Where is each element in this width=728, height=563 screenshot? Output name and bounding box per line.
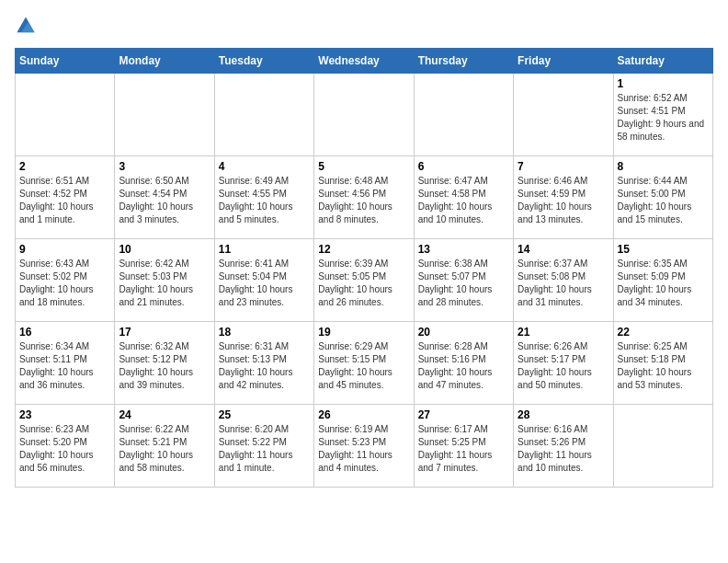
calendar-cell <box>16 74 115 156</box>
week-row-3: 9Sunrise: 6:43 AMSunset: 5:02 PMDaylight… <box>16 239 713 322</box>
day-number: 13 <box>418 243 509 256</box>
day-info: Sunrise: 6:44 AMSunset: 5:00 PMDaylight:… <box>618 175 709 226</box>
day-number: 25 <box>219 408 310 421</box>
day-info: Sunrise: 6:43 AMSunset: 5:02 PMDaylight:… <box>19 258 110 309</box>
day-info: Sunrise: 6:19 AMSunset: 5:23 PMDaylight:… <box>318 423 409 475</box>
day-number: 16 <box>19 326 110 339</box>
calendar-cell: 10Sunrise: 6:42 AMSunset: 5:03 PMDayligh… <box>115 239 214 322</box>
day-info: Sunrise: 6:41 AMSunset: 5:04 PMDaylight:… <box>219 258 310 309</box>
day-info: Sunrise: 6:23 AMSunset: 5:20 PMDaylight:… <box>19 423 110 475</box>
day-info: Sunrise: 6:32 AMSunset: 5:12 PMDaylight:… <box>119 340 210 392</box>
calendar-cell: 3Sunrise: 6:50 AMSunset: 4:54 PMDaylight… <box>115 156 214 239</box>
page-header <box>15 15 713 37</box>
day-number: 26 <box>318 408 409 421</box>
week-row-1: 1Sunrise: 6:52 AMSunset: 4:51 PMDaylight… <box>16 74 713 156</box>
calendar-cell: 25Sunrise: 6:20 AMSunset: 5:22 PMDayligh… <box>214 405 313 488</box>
calendar-cell <box>214 74 313 156</box>
day-number: 28 <box>518 408 609 421</box>
day-info: Sunrise: 6:39 AMSunset: 5:05 PMDaylight:… <box>318 258 409 309</box>
day-info: Sunrise: 6:52 AMSunset: 4:51 PMDaylight:… <box>618 92 709 144</box>
day-number: 5 <box>318 160 409 173</box>
calendar-cell: 23Sunrise: 6:23 AMSunset: 5:20 PMDayligh… <box>16 405 115 488</box>
calendar-cell: 19Sunrise: 6:29 AMSunset: 5:15 PMDayligh… <box>314 322 414 405</box>
weekday-header-saturday: Saturday <box>613 49 712 74</box>
day-info: Sunrise: 6:35 AMSunset: 5:09 PMDaylight:… <box>618 258 709 309</box>
day-number: 4 <box>219 160 310 173</box>
weekday-header-sunday: Sunday <box>16 49 115 74</box>
calendar-cell: 15Sunrise: 6:35 AMSunset: 5:09 PMDayligh… <box>613 239 712 322</box>
calendar-cell: 17Sunrise: 6:32 AMSunset: 5:12 PMDayligh… <box>115 322 214 405</box>
day-info: Sunrise: 6:20 AMSunset: 5:22 PMDaylight:… <box>219 423 310 475</box>
weekday-header-row: SundayMondayTuesdayWednesdayThursdayFrid… <box>16 49 713 74</box>
day-info: Sunrise: 6:28 AMSunset: 5:16 PMDaylight:… <box>418 340 509 392</box>
calendar-cell: 21Sunrise: 6:26 AMSunset: 5:17 PMDayligh… <box>514 322 613 405</box>
day-info: Sunrise: 6:38 AMSunset: 5:07 PMDaylight:… <box>418 258 509 309</box>
day-number: 19 <box>318 326 409 339</box>
day-number: 17 <box>119 326 210 339</box>
calendar-cell <box>414 74 513 156</box>
calendar-cell <box>115 74 214 156</box>
day-number: 20 <box>418 326 509 339</box>
day-number: 18 <box>219 326 310 339</box>
day-info: Sunrise: 6:22 AMSunset: 5:21 PMDaylight:… <box>119 423 210 475</box>
calendar-cell: 27Sunrise: 6:17 AMSunset: 5:25 PMDayligh… <box>414 405 513 488</box>
day-number: 9 <box>19 243 110 256</box>
calendar-cell: 8Sunrise: 6:44 AMSunset: 5:00 PMDaylight… <box>613 156 712 239</box>
day-info: Sunrise: 6:42 AMSunset: 5:03 PMDaylight:… <box>119 258 210 309</box>
day-number: 8 <box>618 160 709 173</box>
day-info: Sunrise: 6:50 AMSunset: 4:54 PMDaylight:… <box>119 175 210 226</box>
day-number: 14 <box>518 243 609 256</box>
calendar-cell: 28Sunrise: 6:16 AMSunset: 5:26 PMDayligh… <box>514 405 613 488</box>
day-info: Sunrise: 6:26 AMSunset: 5:17 PMDaylight:… <box>518 340 609 392</box>
weekday-header-wednesday: Wednesday <box>314 49 414 74</box>
day-number: 27 <box>418 408 509 421</box>
day-info: Sunrise: 6:51 AMSunset: 4:52 PMDaylight:… <box>19 175 110 226</box>
calendar-cell: 16Sunrise: 6:34 AMSunset: 5:11 PMDayligh… <box>16 322 115 405</box>
day-number: 21 <box>518 326 609 339</box>
day-number: 3 <box>119 160 210 173</box>
day-number: 11 <box>219 243 310 256</box>
calendar-cell: 14Sunrise: 6:37 AMSunset: 5:08 PMDayligh… <box>514 239 613 322</box>
day-info: Sunrise: 6:16 AMSunset: 5:26 PMDaylight:… <box>518 423 609 475</box>
weekday-header-friday: Friday <box>514 49 613 74</box>
day-info: Sunrise: 6:46 AMSunset: 4:59 PMDaylight:… <box>518 175 609 226</box>
day-number: 23 <box>19 408 110 421</box>
calendar-cell: 18Sunrise: 6:31 AMSunset: 5:13 PMDayligh… <box>214 322 313 405</box>
weekday-header-thursday: Thursday <box>414 49 513 74</box>
calendar-cell: 9Sunrise: 6:43 AMSunset: 5:02 PMDaylight… <box>16 239 115 322</box>
calendar-cell: 20Sunrise: 6:28 AMSunset: 5:16 PMDayligh… <box>414 322 513 405</box>
calendar-cell <box>314 74 414 156</box>
day-info: Sunrise: 6:29 AMSunset: 5:15 PMDaylight:… <box>318 340 409 392</box>
week-row-4: 16Sunrise: 6:34 AMSunset: 5:11 PMDayligh… <box>16 322 713 405</box>
day-number: 12 <box>318 243 409 256</box>
calendar-cell: 26Sunrise: 6:19 AMSunset: 5:23 PMDayligh… <box>314 405 414 488</box>
day-number: 6 <box>418 160 509 173</box>
logo <box>15 15 40 37</box>
weekday-header-tuesday: Tuesday <box>214 49 313 74</box>
day-number: 24 <box>119 408 210 421</box>
day-info: Sunrise: 6:49 AMSunset: 4:55 PMDaylight:… <box>219 175 310 226</box>
calendar-cell: 12Sunrise: 6:39 AMSunset: 5:05 PMDayligh… <box>314 239 414 322</box>
calendar-cell: 24Sunrise: 6:22 AMSunset: 5:21 PMDayligh… <box>115 405 214 488</box>
day-number: 2 <box>19 160 110 173</box>
logo-icon <box>15 15 37 37</box>
calendar-cell: 22Sunrise: 6:25 AMSunset: 5:18 PMDayligh… <box>613 322 712 405</box>
day-number: 22 <box>618 326 709 339</box>
day-info: Sunrise: 6:17 AMSunset: 5:25 PMDaylight:… <box>418 423 509 475</box>
calendar-cell: 5Sunrise: 6:48 AMSunset: 4:56 PMDaylight… <box>314 156 414 239</box>
calendar-cell: 11Sunrise: 6:41 AMSunset: 5:04 PMDayligh… <box>214 239 313 322</box>
calendar-cell <box>514 74 613 156</box>
day-info: Sunrise: 6:34 AMSunset: 5:11 PMDaylight:… <box>19 340 110 392</box>
day-info: Sunrise: 6:25 AMSunset: 5:18 PMDaylight:… <box>618 340 709 392</box>
day-info: Sunrise: 6:31 AMSunset: 5:13 PMDaylight:… <box>219 340 310 392</box>
day-info: Sunrise: 6:48 AMSunset: 4:56 PMDaylight:… <box>318 175 409 226</box>
day-info: Sunrise: 6:37 AMSunset: 5:08 PMDaylight:… <box>518 258 609 309</box>
calendar-cell: 7Sunrise: 6:46 AMSunset: 4:59 PMDaylight… <box>514 156 613 239</box>
day-number: 1 <box>618 77 709 90</box>
calendar-table: SundayMondayTuesdayWednesdayThursdayFrid… <box>15 48 713 488</box>
calendar-cell: 13Sunrise: 6:38 AMSunset: 5:07 PMDayligh… <box>414 239 513 322</box>
calendar-cell: 6Sunrise: 6:47 AMSunset: 4:58 PMDaylight… <box>414 156 513 239</box>
calendar-cell: 1Sunrise: 6:52 AMSunset: 4:51 PMDaylight… <box>613 74 712 156</box>
week-row-5: 23Sunrise: 6:23 AMSunset: 5:20 PMDayligh… <box>16 405 713 488</box>
weekday-header-monday: Monday <box>115 49 214 74</box>
